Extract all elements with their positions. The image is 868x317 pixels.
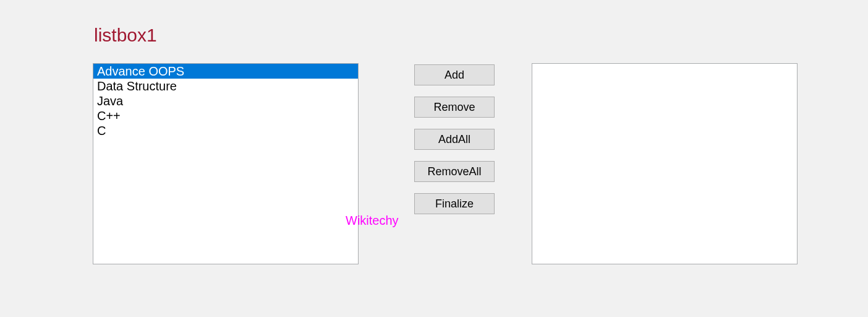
add-button[interactable]: Add: [414, 64, 495, 85]
list-item[interactable]: Advance OOPS: [93, 64, 358, 79]
page-title: listbox1: [94, 25, 868, 46]
listbox2[interactable]: [532, 63, 798, 264]
removeall-button[interactable]: RemoveAll: [414, 161, 495, 182]
finalize-button[interactable]: Finalize: [414, 193, 495, 214]
main-row: Advance OOPS Data Structure Java C++ C A…: [93, 63, 868, 264]
listbox1[interactable]: Advance OOPS Data Structure Java C++ C: [93, 63, 359, 264]
list-item[interactable]: Data Structure: [93, 79, 358, 93]
list-item[interactable]: Java: [93, 93, 358, 108]
list-item[interactable]: C++: [93, 108, 358, 123]
addall-button[interactable]: AddAll: [414, 129, 495, 150]
button-column: Add Remove AddAll RemoveAll Finalize: [414, 64, 495, 214]
list-item[interactable]: C: [93, 123, 358, 138]
remove-button[interactable]: Remove: [414, 97, 495, 118]
